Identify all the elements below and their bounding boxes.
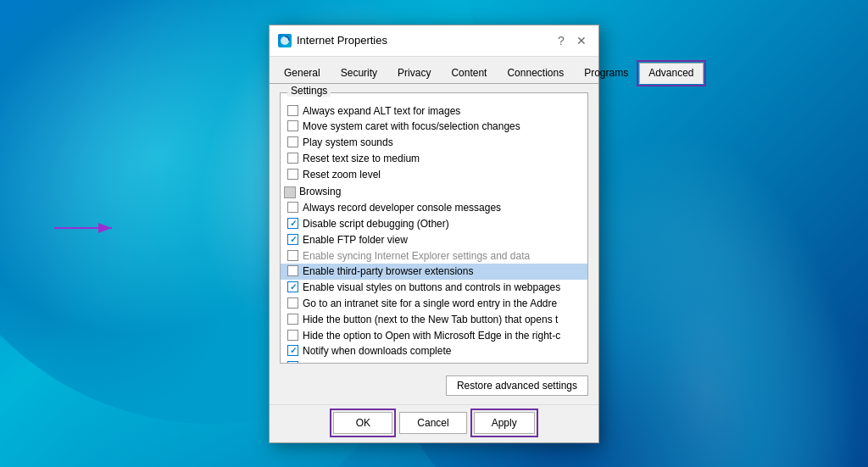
title-bar: Internet Properties ? ✕	[270, 25, 598, 57]
title-bar-controls: ? ✕	[553, 32, 590, 49]
settings-checkbox-item[interactable]: Hide the button (next to the New Tab but…	[281, 312, 587, 328]
settings-checkbox-item[interactable]: Enable visual styles on buttons and cont…	[281, 280, 587, 296]
tab-security[interactable]: Security	[331, 63, 387, 84]
dialog-icon	[278, 34, 292, 47]
dialog-footer: OK Cancel Apply	[270, 404, 598, 442]
apply-button[interactable]: Apply	[474, 412, 535, 434]
settings-checkbox-item[interactable]: Enable syncing Internet Explorer setting…	[281, 248, 587, 264]
settings-checkbox-item[interactable]: Enable FTP folder view	[281, 232, 587, 248]
settings-checkbox-item[interactable]: Reset zoom level	[281, 167, 587, 183]
settings-checkbox-item[interactable]: Reset text size to medium	[281, 151, 587, 167]
settings-checkbox-item[interactable]: Play system sounds	[281, 135, 587, 151]
settings-checkbox-item[interactable]: Always record developer console messages	[281, 200, 587, 216]
settings-checkbox-item[interactable]: Enable third-party browser extensions	[281, 264, 587, 280]
tab-privacy[interactable]: Privacy	[388, 63, 440, 84]
settings-list[interactable]: Always expand ALT text for imagesMove sy…	[281, 100, 587, 363]
settings-checkbox-item[interactable]: Move system caret with focus/selection c…	[281, 119, 587, 135]
dialog-title: Internet Properties	[297, 34, 387, 47]
arrow-annotation	[51, 215, 119, 241]
ok-button[interactable]: OK	[333, 412, 392, 434]
settings-checkbox-item[interactable]: Always expand ALT text for images	[281, 103, 587, 120]
dialog-overlay: Internet Properties ? ✕ General Security…	[0, 0, 868, 467]
settings-checkbox-item[interactable]: Disable script debugging (Other)	[281, 216, 587, 232]
tab-programs[interactable]: Programs	[575, 63, 637, 84]
settings-group: Settings Always expand ALT text for imag…	[280, 92, 588, 364]
restore-row: Restore advanced settings	[280, 375, 588, 396]
cancel-button[interactable]: Cancel	[399, 412, 466, 434]
close-button[interactable]: ✕	[573, 32, 590, 49]
help-button[interactable]: ?	[553, 32, 570, 49]
desktop: Internet Properties ? ✕ General Security…	[0, 0, 868, 467]
tab-bar: General Security Privacy Content Connect…	[270, 57, 598, 84]
settings-checkbox-item[interactable]: Go to an intranet site for a single word…	[281, 296, 587, 312]
internet-properties-dialog: Internet Properties ? ✕ General Security…	[269, 25, 599, 443]
settings-category[interactable]: Browsing	[281, 182, 587, 200]
title-bar-left: Internet Properties	[278, 34, 387, 47]
tab-general[interactable]: General	[275, 63, 330, 84]
settings-group-label: Settings	[287, 85, 331, 97]
tab-connections[interactable]: Connections	[498, 63, 573, 84]
dialog-body: Settings Always expand ALT text for imag…	[270, 84, 598, 404]
restore-advanced-settings-button[interactable]: Restore advanced settings	[446, 375, 588, 396]
settings-checkbox-item[interactable]: Notify when downloads complete	[281, 343, 587, 359]
settings-checkbox-item[interactable]: Hide the option to Open with Microsoft E…	[281, 328, 587, 344]
tab-content[interactable]: Content	[442, 63, 496, 84]
settings-checkbox-item[interactable]: Show friendly HTTP error messages	[281, 359, 587, 362]
tab-advanced[interactable]: Advanced	[639, 63, 703, 84]
